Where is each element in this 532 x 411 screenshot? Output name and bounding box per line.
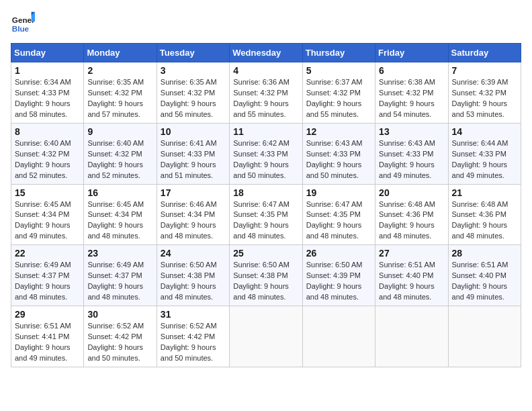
- day-number: 22: [15, 248, 80, 259]
- daylight-label: Daylight: 9 hours and 49 minutes.: [379, 161, 435, 179]
- calendar-week-row: 15 Sunrise: 6:45 AM Sunset: 4:34 PM Dayl…: [11, 184, 521, 245]
- sunset-label: Sunset: 4:35 PM: [233, 210, 287, 218]
- calendar-cell: 23 Sunrise: 6:49 AM Sunset: 4:37 PM Dayl…: [84, 245, 157, 306]
- day-info: Sunrise: 6:50 AM Sunset: 4:39 PM Dayligh…: [306, 260, 371, 303]
- sunrise-label: Sunrise: 6:35 AM: [161, 78, 217, 86]
- day-info: Sunrise: 6:42 AM Sunset: 4:33 PM Dayligh…: [233, 138, 298, 181]
- sunset-label: Sunset: 4:41 PM: [15, 332, 69, 340]
- sunrise-label: Sunrise: 6:40 AM: [15, 139, 71, 147]
- sunset-label: Sunset: 4:40 PM: [452, 271, 506, 279]
- day-info: Sunrise: 6:50 AM Sunset: 4:38 PM Dayligh…: [233, 260, 298, 303]
- sunset-label: Sunset: 4:42 PM: [161, 332, 215, 340]
- day-info: Sunrise: 6:35 AM Sunset: 4:32 PM Dayligh…: [161, 77, 226, 120]
- calendar-cell: [302, 306, 375, 367]
- daylight-label: Daylight: 9 hours and 48 minutes.: [233, 221, 289, 240]
- sunrise-label: Sunrise: 6:50 AM: [306, 261, 363, 269]
- calendar-cell: 26 Sunrise: 6:50 AM Sunset: 4:39 PM Dayl…: [302, 245, 375, 306]
- day-info: Sunrise: 6:49 AM Sunset: 4:37 PM Dayligh…: [87, 260, 152, 303]
- day-info: Sunrise: 6:46 AM Sunset: 4:34 PM Dayligh…: [161, 199, 226, 242]
- day-info: Sunrise: 6:52 AM Sunset: 4:42 PM Dayligh…: [161, 321, 226, 364]
- day-info: Sunrise: 6:36 AM Sunset: 4:32 PM Dayligh…: [233, 77, 298, 120]
- sunrise-label: Sunrise: 6:41 AM: [161, 139, 217, 147]
- calendar-cell: 4 Sunrise: 6:36 AM Sunset: 4:32 PM Dayli…: [230, 62, 302, 124]
- sunset-label: Sunset: 4:35 PM: [306, 210, 361, 218]
- calendar-cell: 1 Sunrise: 6:34 AM Sunset: 4:33 PM Dayli…: [11, 62, 84, 124]
- calendar-cell: 9 Sunrise: 6:40 AM Sunset: 4:32 PM Dayli…: [84, 123, 157, 184]
- weekday-header: Friday: [375, 44, 448, 62]
- daylight-label: Daylight: 9 hours and 54 minutes.: [379, 99, 435, 118]
- calendar-week-row: 8 Sunrise: 6:40 AM Sunset: 4:32 PM Dayli…: [11, 123, 521, 184]
- sunset-label: Sunset: 4:33 PM: [452, 150, 506, 158]
- daylight-label: Daylight: 9 hours and 49 minutes.: [15, 221, 71, 240]
- calendar-cell: 27 Sunrise: 6:51 AM Sunset: 4:40 PM Dayl…: [375, 245, 448, 306]
- sunrise-label: Sunrise: 6:51 AM: [452, 261, 508, 269]
- daylight-label: Daylight: 9 hours and 49 minutes.: [15, 343, 71, 362]
- sunset-label: Sunset: 4:33 PM: [233, 150, 287, 158]
- day-number: 25: [233, 248, 298, 259]
- day-number: 3: [161, 65, 226, 76]
- daylight-label: Daylight: 9 hours and 48 minutes.: [306, 221, 362, 240]
- day-info: Sunrise: 6:43 AM Sunset: 4:33 PM Dayligh…: [306, 138, 371, 181]
- day-info: Sunrise: 6:38 AM Sunset: 4:32 PM Dayligh…: [379, 77, 444, 120]
- day-info: Sunrise: 6:45 AM Sunset: 4:34 PM Dayligh…: [87, 199, 152, 242]
- daylight-label: Daylight: 9 hours and 52 minutes.: [87, 161, 143, 179]
- sunrise-label: Sunrise: 6:47 AM: [233, 200, 290, 208]
- daylight-label: Daylight: 9 hours and 50 minutes.: [306, 161, 362, 179]
- daylight-label: Daylight: 9 hours and 48 minutes.: [15, 282, 71, 301]
- sunrise-label: Sunrise: 6:46 AM: [161, 200, 217, 208]
- day-number: 2: [87, 65, 152, 76]
- sunset-label: Sunset: 4:37 PM: [87, 271, 142, 279]
- daylight-label: Daylight: 9 hours and 49 minutes.: [452, 282, 508, 301]
- sunset-label: Sunset: 4:32 PM: [87, 89, 142, 97]
- day-info: Sunrise: 6:35 AM Sunset: 4:32 PM Dayligh…: [87, 77, 152, 120]
- sunset-label: Sunset: 4:33 PM: [379, 150, 433, 158]
- daylight-label: Daylight: 9 hours and 48 minutes.: [379, 282, 435, 301]
- day-number: 10: [161, 126, 226, 137]
- sunrise-label: Sunrise: 6:51 AM: [379, 261, 435, 269]
- daylight-label: Daylight: 9 hours and 55 minutes.: [233, 99, 289, 118]
- daylight-label: Daylight: 9 hours and 48 minutes.: [87, 221, 143, 240]
- daylight-label: Daylight: 9 hours and 48 minutes.: [452, 221, 508, 240]
- calendar-cell: 16 Sunrise: 6:45 AM Sunset: 4:34 PM Dayl…: [84, 184, 157, 245]
- daylight-label: Daylight: 9 hours and 56 minutes.: [161, 99, 216, 118]
- calendar-cell: 30 Sunrise: 6:52 AM Sunset: 4:42 PM Dayl…: [84, 306, 157, 367]
- day-number: 4: [233, 65, 298, 76]
- sunrise-label: Sunrise: 6:45 AM: [87, 200, 144, 208]
- page-header: General Blue: [11, 11, 521, 35]
- day-info: Sunrise: 6:40 AM Sunset: 4:32 PM Dayligh…: [87, 138, 152, 181]
- day-number: 19: [306, 187, 371, 198]
- sunrise-label: Sunrise: 6:34 AM: [15, 78, 71, 86]
- calendar-cell: 13 Sunrise: 6:43 AM Sunset: 4:33 PM Dayl…: [375, 123, 448, 184]
- sunset-label: Sunset: 4:32 PM: [379, 89, 433, 97]
- daylight-label: Daylight: 9 hours and 55 minutes.: [306, 99, 362, 118]
- calendar-cell: 24 Sunrise: 6:50 AM Sunset: 4:38 PM Dayl…: [157, 245, 229, 306]
- calendar-cell: 5 Sunrise: 6:37 AM Sunset: 4:32 PM Dayli…: [302, 62, 375, 124]
- day-number: 17: [161, 187, 226, 198]
- sunset-label: Sunset: 4:39 PM: [306, 271, 361, 279]
- sunset-label: Sunset: 4:36 PM: [379, 210, 433, 218]
- day-number: 16: [87, 187, 152, 198]
- daylight-label: Daylight: 9 hours and 48 minutes.: [306, 282, 362, 301]
- sunrise-label: Sunrise: 6:42 AM: [233, 139, 290, 147]
- day-number: 14: [452, 126, 517, 137]
- calendar-cell: 17 Sunrise: 6:46 AM Sunset: 4:34 PM Dayl…: [157, 184, 229, 245]
- day-number: 13: [379, 126, 444, 137]
- logo: General Blue: [11, 11, 35, 35]
- daylight-label: Daylight: 9 hours and 51 minutes.: [161, 161, 216, 179]
- day-info: Sunrise: 6:40 AM Sunset: 4:32 PM Dayligh…: [15, 138, 80, 181]
- day-info: Sunrise: 6:48 AM Sunset: 4:36 PM Dayligh…: [452, 199, 517, 242]
- sunrise-label: Sunrise: 6:36 AM: [233, 78, 290, 86]
- sunrise-label: Sunrise: 6:38 AM: [379, 78, 435, 86]
- weekday-header: Sunday: [11, 44, 84, 62]
- day-number: 15: [15, 187, 80, 198]
- day-number: 27: [379, 248, 444, 259]
- calendar-cell: 29 Sunrise: 6:51 AM Sunset: 4:41 PM Dayl…: [11, 306, 84, 367]
- day-info: Sunrise: 6:39 AM Sunset: 4:32 PM Dayligh…: [452, 77, 517, 120]
- daylight-label: Daylight: 9 hours and 57 minutes.: [87, 99, 143, 118]
- sunset-label: Sunset: 4:36 PM: [452, 210, 506, 218]
- day-number: 12: [306, 126, 371, 137]
- sunset-label: Sunset: 4:33 PM: [306, 150, 361, 158]
- day-number: 1: [15, 65, 80, 76]
- calendar-cell: 3 Sunrise: 6:35 AM Sunset: 4:32 PM Dayli…: [157, 62, 229, 124]
- sunrise-label: Sunrise: 6:44 AM: [452, 139, 508, 147]
